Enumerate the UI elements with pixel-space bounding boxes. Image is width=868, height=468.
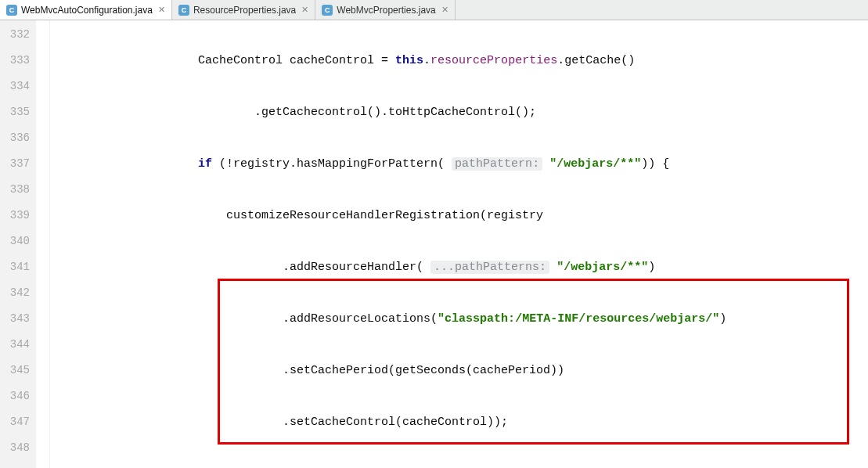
- line-number: 337: [0, 151, 36, 177]
- line-number: 343: [0, 306, 36, 332]
- code-line[interactable]: .setCachePeriod(getSeconds(cachePeriod)): [50, 358, 868, 383]
- fold-column: [36, 20, 50, 468]
- code-line[interactable]: customizeResourceHandlerRegistration(reg…: [50, 203, 868, 229]
- line-number: 334: [0, 74, 36, 99]
- java-class-icon: C: [6, 5, 17, 16]
- line-number: 341: [0, 254, 36, 280]
- line-number: 336: [0, 125, 36, 151]
- code-area[interactable]: CacheControl cacheControl = this.resourc…: [50, 20, 868, 468]
- line-number: 344: [0, 332, 36, 358]
- java-class-icon: C: [178, 5, 189, 16]
- parameter-hint: ...pathPatterns:: [430, 261, 549, 274]
- line-number: 333: [0, 48, 36, 74]
- close-icon[interactable]: ✕: [158, 5, 165, 15]
- editor-tabs: C WebMvcAutoConfiguration.java ✕ C Resou…: [0, 0, 868, 20]
- line-number: 342: [0, 280, 36, 306]
- code-editor: 332 333 334 335 336 337 338 339 340 341 …: [0, 20, 868, 468]
- tab-webmvcproperties[interactable]: C WebMvcProperties.java ✕: [315, 0, 456, 20]
- tab-label: WebMvcAutoConfiguration.java: [21, 5, 153, 16]
- line-number: 348: [0, 435, 36, 461]
- fade-edge: [852, 20, 868, 468]
- line-number: 346: [0, 383, 36, 409]
- code-line[interactable]: CacheControl cacheControl = this.resourc…: [50, 48, 868, 74]
- code-line[interactable]: .getCachecontrol().toHttpCacheControl();: [50, 99, 868, 125]
- java-class-icon: C: [322, 5, 333, 16]
- parameter-hint: pathPattern:: [452, 157, 542, 171]
- line-number: 332: [0, 22, 36, 48]
- close-icon[interactable]: ✕: [441, 5, 448, 15]
- line-number: 347: [0, 409, 36, 435]
- line-number: 345: [0, 358, 36, 383]
- code-line[interactable]: .addResourceHandler( ...pathPatterns: "/…: [50, 254, 868, 280]
- code-line[interactable]: .addResourceLocations("classpath:/META-I…: [50, 306, 868, 332]
- line-number: 338: [0, 177, 36, 203]
- code-line[interactable]: }: [50, 461, 868, 468]
- tab-label: ResourceProperties.java: [193, 5, 296, 16]
- line-number: 335: [0, 99, 36, 125]
- line-number-gutter: 332 333 334 335 336 337 338 339 340 341 …: [0, 20, 36, 468]
- close-icon[interactable]: ✕: [301, 5, 308, 15]
- code-line[interactable]: .setCacheControl(cacheControl));: [50, 409, 868, 435]
- tab-resourceproperties[interactable]: C ResourceProperties.java ✕: [172, 0, 315, 20]
- line-number: 340: [0, 229, 36, 254]
- tab-label: WebMvcProperties.java: [337, 5, 436, 16]
- tab-webmvcautoconfiguration[interactable]: C WebMvcAutoConfiguration.java ✕: [0, 0, 172, 20]
- code-line[interactable]: if (!registry.hasMappingForPattern( path…: [50, 151, 868, 177]
- line-number: 339: [0, 203, 36, 229]
